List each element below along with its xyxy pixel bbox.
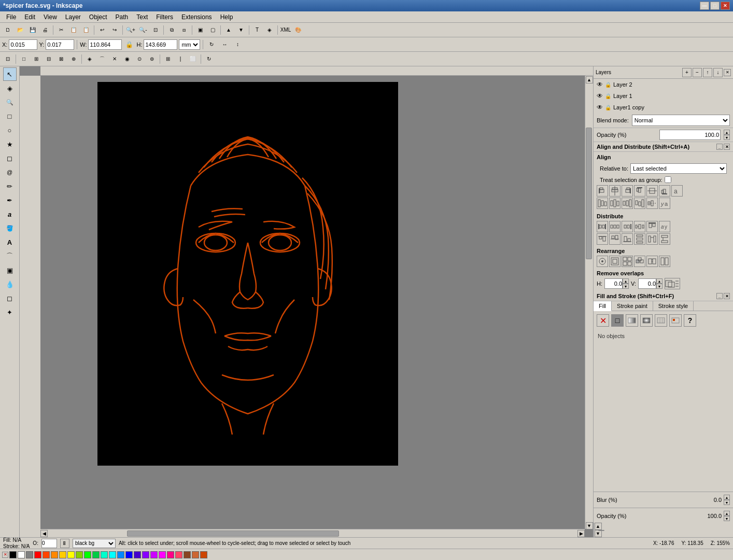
overlap-h-down[interactable]: ▼ [623,284,629,289]
tool-3d-box[interactable]: ◻ [3,151,17,165]
right-scroll-down-btn[interactable]: ▼ [595,530,602,537]
close-button[interactable]: ✕ [721,2,730,10]
tool-rect[interactable]: □ [3,109,17,123]
align-col2-btn[interactable] [609,198,621,209]
tool-text[interactable]: A [3,235,17,249]
transform-flip-v[interactable]: ↕ [232,39,243,50]
snap-bbox-corners[interactable]: ⊟ [43,53,54,65]
minimize-button[interactable]: — [700,2,709,10]
tool-node[interactable]: ◈ [3,81,17,95]
layer-lock-1[interactable]: 🔒 [605,93,611,99]
w-input[interactable] [88,39,122,50]
scroll-thumb-v[interactable] [586,128,592,259]
color-swatch-hot-pink[interactable] [167,551,174,558]
color-swatch-blue[interactable] [125,551,133,558]
dist-left-edges-btn[interactable] [597,221,608,232]
snap-paths[interactable]: ⌒ [96,53,108,65]
ungroup-button[interactable]: ▢ [207,24,218,36]
zoom-in-button[interactable]: 🔍+ [125,24,136,36]
undo-button[interactable]: ↩ [96,24,108,36]
dist-bottom-edges-btn[interactable] [622,233,633,245]
align-col4-btn[interactable] [634,198,645,209]
rearrange-btn2[interactable] [609,256,621,267]
new-button[interactable]: 🗋 [2,24,13,36]
layer-lock-copy[interactable]: 🔒 [605,105,611,110]
tool-connector[interactable]: ⌒ [3,249,17,263]
scroll-up-btn[interactable]: ▲ [586,76,593,83]
menu-file[interactable]: File [2,12,20,22]
tool-bucket[interactable]: 🪣 [3,221,17,235]
paste-button[interactable]: 📋 [80,24,92,36]
tool-calligraphy[interactable]: a [3,207,17,221]
tab-stroke-style[interactable]: Stroke style [653,301,694,311]
menu-path[interactable]: Path [111,12,133,22]
rearrange-btn5[interactable] [646,256,658,267]
align-text-baseline-btn[interactable]: a [671,185,683,197]
vertical-scrollbar[interactable]: ▲ ▼ [585,76,593,529]
node-tool-btn[interactable]: ◈ [264,24,275,36]
remove-layer-btn[interactable]: − [693,68,702,77]
clone-button[interactable]: ⧈ [178,24,190,36]
lock-proportions-btn[interactable]: 🔒 [123,39,135,50]
color-swatch-orange[interactable] [51,551,58,558]
align-col6-btn[interactable]: ya [659,198,670,209]
layer-row-copy[interactable]: 👁 🔒 Layer1 copy [594,102,733,113]
x-input[interactable]: 0.015 [9,39,37,50]
snap-bbox[interactable]: □ [18,53,30,65]
overlap-v-up[interactable]: ▲ [656,278,662,284]
save-button[interactable]: 💾 [27,24,38,36]
align-center-v-btn[interactable] [609,185,621,197]
color-swatch-pink[interactable] [175,551,182,558]
raise-button[interactable]: ▲ [223,24,234,36]
scroll-down-btn[interactable]: ▼ [586,522,593,529]
snap-enable[interactable]: ⊡ [2,53,13,65]
color-swatch-magenta[interactable] [159,551,166,558]
dist-top-edges-btn[interactable] [646,221,658,232]
color-swatch-orange-red[interactable] [43,551,50,558]
fill-panel-close-btn[interactable]: ✕ [724,293,730,299]
tool-pencil[interactable]: ✏ [3,179,17,193]
opacity-status-input[interactable] [41,539,57,548]
tab-stroke-paint[interactable]: Stroke paint [612,301,653,311]
layer-eye-1[interactable]: 👁 [597,92,603,100]
scroll-right-btn[interactable]: ▶ [577,530,585,537]
menu-object[interactable]: Object [85,12,111,22]
snap-rotation[interactable]: ↻ [203,53,215,65]
snap-bbox-edges[interactable]: ⊞ [31,53,42,65]
group-button[interactable]: ▣ [194,24,206,36]
tool-dropper[interactable]: 💧 [3,277,17,291]
drawing-canvas[interactable] [97,82,398,466]
align-col5-btn[interactable] [646,198,658,209]
remove-color-btn[interactable]: ✕ [2,552,8,558]
cut-button[interactable]: ✂ [55,24,67,36]
overlap-h-input[interactable] [604,278,623,289]
lower-button[interactable]: ▼ [235,24,247,36]
color-swatch-gray[interactable] [26,551,33,558]
align-right-edge-btn[interactable] [622,185,633,197]
master-opacity-btn[interactable]: 🎚 [60,539,69,548]
align-top-edge-btn[interactable] [634,185,645,197]
menu-layer[interactable]: Layer [61,12,85,22]
opacity-up-btn[interactable]: ▲ [724,130,730,135]
color-swatch-bright-yellow[interactable] [67,551,75,558]
open-fill[interactable]: 🎨 [292,24,304,36]
layer-up-btn[interactable]: ↑ [703,68,712,77]
align-col3-btn[interactable] [622,198,633,209]
tool-pen[interactable]: ✒ [3,193,17,207]
align-left-edge-btn[interactable] [597,185,608,197]
color-swatch-red[interactable] [34,551,41,558]
dist-text-baselines-btn[interactable]: ay [659,221,670,232]
zoom-fit-button[interactable]: ⊡ [150,24,161,36]
color-swatch-dark-orange[interactable] [200,551,207,558]
right-scroll-thumb[interactable] [598,530,604,531]
rearrange-btn6[interactable] [659,256,670,267]
fill-stroke-header[interactable]: Fill and Stroke (Shift+Ctrl+F) _ ✕ [594,291,733,301]
fill-pattern-btn[interactable] [655,314,667,327]
layer-row-1[interactable]: 👁 🔒 Layer 1 [594,90,733,102]
color-swatch-green[interactable] [84,551,91,558]
dist-v2-btn[interactable] [659,233,670,245]
align-center-h-btn[interactable] [646,185,658,197]
color-swatch-dark-blue[interactable] [134,551,141,558]
remove-overlaps-btn[interactable] [665,278,680,289]
color-swatch-brown[interactable] [184,551,191,558]
